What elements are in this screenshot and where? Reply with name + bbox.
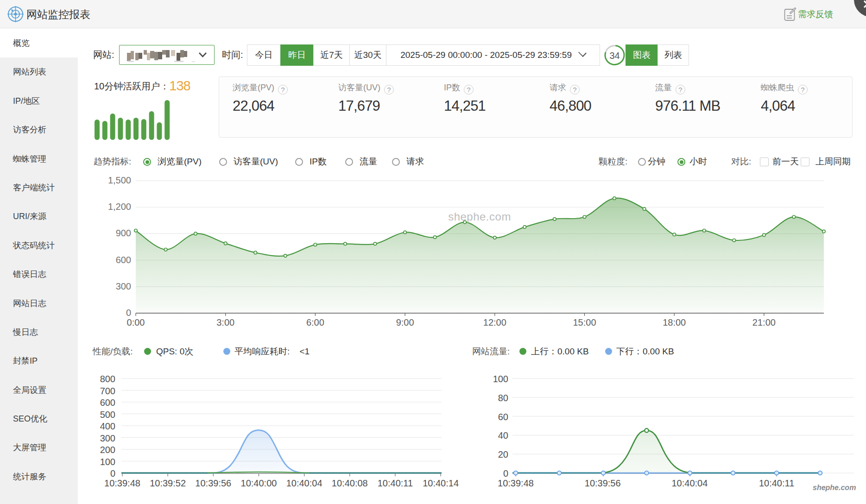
svg-text:500: 500 (100, 410, 115, 420)
svg-text:3:00: 3:00 (216, 317, 234, 328)
svg-text:1,200: 1,200 (108, 202, 131, 212)
svg-text:200: 200 (100, 445, 115, 455)
svg-text:10:40:04: 10:40:04 (671, 478, 708, 488)
svg-text:300: 300 (100, 433, 115, 443)
svg-text:10:39:48: 10:39:48 (104, 478, 140, 488)
svg-text:10:40:00: 10:40:00 (241, 478, 277, 488)
svg-text:300: 300 (116, 281, 131, 291)
svg-text:6:00: 6:00 (306, 317, 324, 328)
svg-text:100: 100 (100, 457, 115, 467)
svg-text:12:00: 12:00 (483, 317, 506, 328)
svg-text:600: 600 (116, 255, 131, 265)
svg-text:800: 800 (100, 374, 115, 384)
svg-text:0: 0 (126, 308, 131, 318)
svg-text:10:40:11: 10:40:11 (759, 478, 794, 488)
svg-text:600: 600 (100, 397, 115, 408)
svg-text:80: 80 (498, 393, 508, 403)
svg-text:9:00: 9:00 (396, 317, 414, 328)
svg-text:10:40:14: 10:40:14 (423, 478, 459, 488)
svg-text:15:00: 15:00 (573, 317, 596, 328)
svg-text:10:39:56: 10:39:56 (585, 478, 621, 488)
svg-text:10:40:11: 10:40:11 (378, 478, 413, 488)
svg-text:0: 0 (503, 468, 508, 479)
svg-text:10:39:52: 10:39:52 (150, 478, 186, 488)
svg-text:20: 20 (498, 449, 508, 460)
svg-text:18:00: 18:00 (663, 317, 686, 328)
svg-text:60: 60 (498, 412, 508, 422)
svg-text:21:00: 21:00 (752, 317, 776, 328)
svg-text:1,500: 1,500 (108, 175, 131, 185)
svg-text:0:00: 0:00 (127, 317, 145, 328)
svg-text:10:39:56: 10:39:56 (195, 478, 231, 488)
svg-text:900: 900 (116, 228, 131, 238)
svg-text:40: 40 (498, 430, 508, 441)
svg-text:0: 0 (110, 468, 115, 479)
svg-text:100: 100 (493, 374, 508, 384)
svg-text:10:40:08: 10:40:08 (332, 478, 368, 488)
svg-text:10:39:48: 10:39:48 (498, 478, 534, 488)
svg-text:400: 400 (100, 421, 115, 431)
svg-text:700: 700 (100, 386, 115, 396)
svg-text:shephe.com: shephe.com (448, 210, 511, 223)
svg-text:10:40:04: 10:40:04 (286, 478, 322, 488)
